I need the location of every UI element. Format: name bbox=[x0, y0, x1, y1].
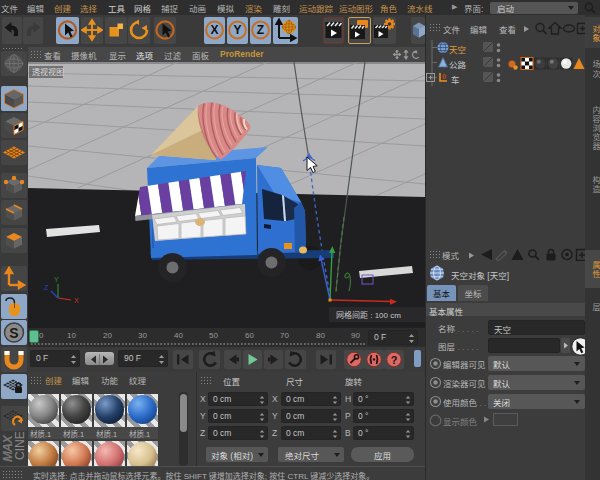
svg-text:0: 0 bbox=[442, 73, 446, 80]
svg-text:S: S bbox=[9, 325, 18, 341]
svg-text:Z: Z bbox=[257, 23, 264, 37]
svg-text:X: X bbox=[74, 297, 79, 304]
svg-text:Y: Y bbox=[54, 276, 59, 283]
svg-text:X: X bbox=[210, 23, 218, 37]
svg-text:Z: Z bbox=[44, 284, 49, 291]
svg-text:CINE: CINE bbox=[13, 432, 27, 460]
svg-text:?: ? bbox=[391, 354, 398, 366]
svg-text:网格间距 : 100 cm: 网格间距 : 100 cm bbox=[336, 310, 401, 320]
svg-text:Y: Y bbox=[233, 23, 241, 37]
svg-text:透视视图: 透视视图 bbox=[32, 67, 64, 77]
